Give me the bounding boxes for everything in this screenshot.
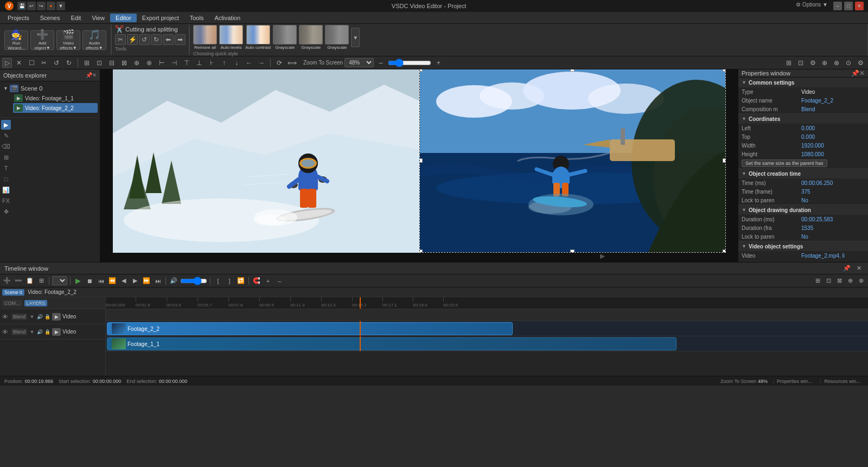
tl-add-btn[interactable]: ➕ (2, 277, 12, 285)
tl-out-btn[interactable]: ] (225, 277, 234, 285)
tool-move[interactable]: ✥ (1, 207, 11, 216)
view-btn-4[interactable]: ⊕ (819, 58, 830, 68)
dur-ms-value[interactable]: 00:00:25.583 (801, 216, 865, 222)
style-remove-all[interactable]: Remove all (193, 25, 217, 50)
tl-extra-2[interactable]: ⊡ (824, 277, 833, 285)
redo-btn[interactable]: ↻ (63, 58, 74, 68)
status-props-win[interactable]: Properties win... (773, 379, 815, 384)
run-wizard-btn[interactable]: 🧙 RunWizard... (4, 30, 28, 50)
objects-panel-close[interactable]: ✕ (92, 72, 97, 78)
align-btn-6[interactable]: ⊗ (144, 58, 155, 68)
zoom-plus[interactable]: + (433, 58, 444, 68)
track-clip-2[interactable]: Footage_1_1 (107, 337, 676, 350)
track1-ctrl1[interactable]: ▼ (29, 314, 35, 320)
tool-shape[interactable]: □ (1, 174, 11, 184)
align-btn-11[interactable]: ⊦ (206, 58, 217, 68)
cut-btn-4[interactable]: ↻ (151, 34, 162, 45)
track1-ctrl2[interactable]: 🔊 (36, 314, 43, 320)
align-btn-14[interactable]: ← (244, 58, 254, 68)
timeline-pin[interactable]: 📌 (842, 264, 852, 273)
quick-access-btn[interactable]: 💾 (17, 2, 26, 10)
quick-access-btn2[interactable]: ↩ (27, 2, 36, 10)
tl-next-btn[interactable]: ⏭ (153, 277, 163, 285)
track-clip-1[interactable]: Footage_2_2 (107, 322, 513, 335)
align-btn-7[interactable]: ⊢ (156, 58, 167, 68)
tl-del-btn[interactable]: ➖ (14, 277, 23, 285)
tool-fx[interactable]: FX (1, 196, 11, 206)
cut-btn-6[interactable]: ➡ (175, 34, 186, 45)
sel-handle-bl[interactable] (419, 250, 423, 253)
sel-handle-tl[interactable] (419, 69, 423, 72)
tl-zoom-out[interactable]: – (275, 277, 284, 285)
track1-ctrl3[interactable]: 🔒 (44, 314, 50, 320)
align-btn-10[interactable]: ⊥ (194, 58, 205, 68)
zoom-slider[interactable] (388, 60, 431, 66)
view-btn-7[interactable]: ⚙ (855, 58, 866, 68)
dropdown-btn[interactable]: ▼ (56, 2, 65, 10)
align-btn-3[interactable]: ⊟ (106, 58, 117, 68)
canvas-scroll-right[interactable]: ▶ (600, 252, 605, 260)
tl-in-btn[interactable]: [ (213, 277, 223, 285)
objects-panel-pin[interactable]: 📌 (86, 72, 92, 78)
record-btn[interactable]: ● (47, 2, 55, 10)
lock-creation-value[interactable]: No (801, 197, 865, 203)
align-btn-9[interactable]: ⊤ (181, 58, 192, 68)
tl-vol-btn[interactable]: 🔊 (169, 277, 178, 285)
align-btn-2[interactable]: ⊡ (94, 58, 105, 68)
props-panel-pin[interactable]: 📌 (851, 69, 859, 77)
flip-btn[interactable]: ⟺ (286, 58, 297, 68)
del-btn[interactable]: ✕ (14, 58, 24, 68)
audio-effects-btn[interactable]: 🎵 Audioeffects▼ (82, 30, 106, 50)
tl-zoom-in[interactable]: + (263, 277, 273, 285)
menu-item-projects[interactable]: Projects (2, 14, 35, 22)
track2-blend[interactable]: Blend (11, 329, 27, 335)
video-effects-btn[interactable]: 🎬 Videoeffects▼ (56, 30, 80, 50)
align-btn-5[interactable]: ⊕ (131, 58, 142, 68)
undo-btn[interactable]: ↺ (51, 58, 62, 68)
close-btn[interactable]: ✕ (855, 2, 864, 10)
props-section-video-header[interactable]: ▼ Video object settings (738, 241, 868, 251)
view-btn-2[interactable]: ⊡ (795, 58, 806, 68)
tree-item-footage2[interactable]: ▶ Video: Footage_2_2 (13, 103, 98, 113)
tl-play-btn[interactable]: ▶ (73, 277, 83, 285)
tl-back-frame[interactable]: ◀ (119, 277, 129, 285)
video-value[interactable]: Footage_2.mp4, li (801, 253, 865, 259)
time-frame-value[interactable]: 375 (801, 189, 865, 195)
style-grayscale-3[interactable]: Grayscale (325, 25, 349, 50)
tl-stop-btn[interactable]: ⏹ (85, 277, 94, 285)
props-section-duration-header[interactable]: ▼ Object drawing duration (738, 205, 868, 215)
tool-arrow[interactable]: ▶ (1, 120, 11, 130)
tl-rewind-btn[interactable]: ⏪ (107, 277, 117, 285)
align-btn-12[interactable]: ↑ (219, 58, 229, 68)
edit-btn[interactable]: ☐ (26, 58, 37, 68)
menu-item-edit[interactable]: Edit (65, 14, 86, 22)
sel-handle-ml[interactable] (419, 158, 423, 163)
menu-item-export[interactable]: Export project (137, 14, 184, 22)
timeline-close[interactable]: ✕ (854, 264, 864, 273)
track2-ctrl3[interactable]: 🔒 (44, 329, 50, 335)
tl-fwd-frame[interactable]: ▶ (130, 277, 140, 285)
menu-item-activation[interactable]: Activation (209, 14, 246, 22)
comp-value[interactable]: Blend (801, 106, 865, 112)
tool-text[interactable]: T (1, 163, 11, 173)
tl-extra-5[interactable]: ⊗ (856, 277, 866, 285)
status-resources[interactable]: Resources win... (820, 379, 864, 384)
track2-ctrl2[interactable]: 🔊 (36, 329, 43, 335)
width-value[interactable]: 1920.000 (801, 143, 865, 149)
tl-extra-3[interactable]: ⊠ (834, 277, 844, 285)
view-btn-3[interactable]: ⚙ (807, 58, 818, 68)
comp-toggle[interactable]: COM... (2, 300, 22, 306)
track2-ctrl1[interactable]: ▼ (29, 329, 35, 335)
props-section-common-header[interactable]: ▼ Common settings (738, 78, 868, 87)
zoom-minus[interactable]: – (375, 58, 386, 68)
sel-handle-tr[interactable] (723, 69, 726, 72)
track1-eye[interactable]: 👁 (2, 314, 10, 320)
view-btn-5[interactable]: ⊗ (831, 58, 842, 68)
cut-scissors[interactable]: ✂ (39, 58, 49, 68)
tree-item-footage1[interactable]: ▶ Video: Footage_1_1 (13, 93, 98, 103)
tl-quality-select[interactable]: 720p (52, 276, 67, 285)
ruler-playhead[interactable] (360, 297, 361, 309)
tl-copy-btn[interactable]: 📋 (25, 277, 35, 285)
tool-pen[interactable]: ✎ (1, 131, 11, 140)
options-menu[interactable]: ⚙ Options ▼ (793, 2, 831, 10)
